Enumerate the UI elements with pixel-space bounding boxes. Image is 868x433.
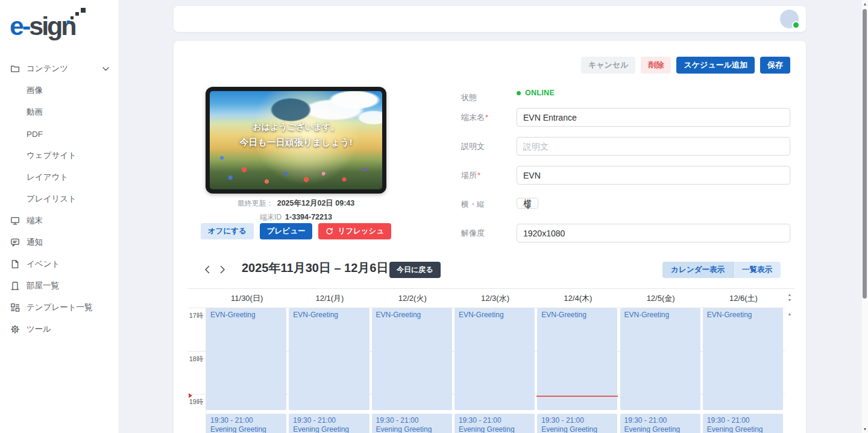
cancel-button[interactable]: キャンセル <box>581 57 636 74</box>
device-actions: オフにする プレビュー リフレッシュ <box>200 223 392 239</box>
event-title: EVN-Greeting <box>210 311 282 320</box>
event-title: Evening Greeting <box>376 425 448 433</box>
resolution-field[interactable] <box>517 224 790 242</box>
calendar-day-column: EVN-Greeting19:30 - 21:00Evening Greetin… <box>702 308 785 433</box>
calendar-event-evening[interactable]: 19:30 - 21:00Evening Greeting <box>537 414 617 433</box>
location-field[interactable] <box>517 166 790 185</box>
event-title: EVN-Greeting <box>707 311 779 320</box>
location-label: 場所* <box>461 166 480 185</box>
orientation-select[interactable]: 横 <box>517 198 538 209</box>
sidebar-item-website[interactable]: ウェブサイト <box>0 145 119 166</box>
calendar-scroll-up-arrow[interactable]: ▲ <box>785 311 794 317</box>
sidebar: e-sign コンテンツ 画像 動画 PDF ウェブサイト レイアウト プレイリ… <box>0 0 119 433</box>
event-title: EVN-Greeting <box>376 311 448 320</box>
scrollbar-thumb[interactable] <box>863 9 867 299</box>
back-to-today-button[interactable]: 今日に戻る <box>389 262 441 278</box>
sidebar-item-contents[interactable]: コンテンツ <box>0 58 119 80</box>
sidebar-item-devices[interactable]: 端末 <box>0 210 119 232</box>
calendar-event-allday[interactable]: EVN-Greeting <box>206 308 286 410</box>
calendar-prev-button[interactable] <box>201 264 213 276</box>
logo-pixel <box>75 12 79 16</box>
sidebar-item-label: 部屋一覧 <box>27 280 59 291</box>
required-asterisk: * <box>477 171 480 180</box>
sidebar-item-templates[interactable]: テンプレート一覧 <box>0 297 119 318</box>
scroll-up-arrow[interactable]: ▲ <box>862 2 868 6</box>
sidebar-item-playlist[interactable]: プレイリスト <box>0 188 119 210</box>
calendar-event-evening[interactable]: 19:30 - 21:00Evening Greeting <box>289 414 369 433</box>
sidebar-item-label: 画像 <box>27 85 43 96</box>
app-page: e-sign コンテンツ 画像 動画 PDF ウェブサイト レイアウト プレイリ… <box>0 0 868 433</box>
calendar-event-evening[interactable]: 19:30 - 21:00Evening Greeting <box>620 414 700 433</box>
description-field[interactable] <box>517 137 790 156</box>
calendar-day-header: 12/3(水) <box>454 289 536 308</box>
delete-button[interactable]: 削除 <box>641 57 671 74</box>
sidebar-item-notifications[interactable]: 通知 <box>0 232 119 253</box>
calendar-next-button[interactable] <box>216 264 228 276</box>
topbar <box>174 6 806 32</box>
template-icon <box>10 303 20 313</box>
refresh-label: リフレッシュ <box>338 226 384 236</box>
device-detail-card: キャンセル 削除 スケジュール追加 保存 おはようございます。 今日も一日頑張り… <box>174 41 806 433</box>
event-time: 19:30 - 21:00 <box>293 416 365 425</box>
sidebar-item-layout[interactable]: レイアウト <box>0 166 119 188</box>
sidebar-item-label: ウェブサイト <box>27 150 77 161</box>
turn-off-button[interactable]: オフにする <box>201 223 254 239</box>
save-button[interactable]: 保存 <box>760 57 790 74</box>
device-name-field[interactable] <box>517 108 790 127</box>
sidebar-item-events[interactable]: イベント <box>0 253 119 275</box>
calendar-event-allday[interactable]: EVN-Greeting <box>454 308 535 410</box>
scroll-down-arrow[interactable]: ▼ <box>862 427 868 431</box>
calendar-scrollbar-arrows[interactable]: ▲▼ <box>785 292 794 303</box>
calendar-event-evening[interactable]: 19:30 - 21:00Evening Greeting <box>454 414 535 433</box>
user-avatar[interactable] <box>780 10 799 28</box>
sidebar-item-label: 端末 <box>27 215 43 226</box>
device-name-label: 端末名* <box>461 108 488 127</box>
event-title: Evening Greeting <box>293 425 365 433</box>
calendar-columns: EVN-Greeting19:30 - 21:00Evening Greetin… <box>206 308 785 433</box>
sidebar-item-rooms[interactable]: 部屋一覧 <box>0 275 119 297</box>
resolution-label: 解像度 <box>461 224 485 242</box>
calendar-event-allday[interactable]: EVN-Greeting <box>289 308 369 410</box>
calendar-event-allday[interactable]: EVN-Greeting <box>620 308 700 410</box>
event-time: 19:30 - 21:00 <box>210 416 282 425</box>
toolbar: キャンセル 削除 スケジュール追加 保存 <box>581 57 790 74</box>
sidebar-item-tools[interactable]: ツール <box>0 318 119 340</box>
calendar-event-allday[interactable]: EVN-Greeting <box>372 308 452 410</box>
greeting-line2: 今日も一日頑張りましょう! <box>210 137 382 148</box>
sidebar-item-pdf[interactable]: PDF <box>0 123 119 145</box>
calendar-event-evening[interactable]: 19:30 - 21:00Evening Greeting <box>703 414 783 433</box>
gear-icon <box>10 324 20 335</box>
calendar-day-header: 12/2(火) <box>371 289 454 308</box>
last-updated: 最終更新：2025年12月02日 09:43 <box>206 198 386 209</box>
sidebar-item-label: テンプレート一覧 <box>27 302 93 313</box>
caret-down-icon <box>526 206 530 209</box>
sidebar-item-images[interactable]: 画像 <box>0 80 119 101</box>
calendar-day-column: EVN-Greeting19:30 - 21:00Evening Greetin… <box>454 308 536 433</box>
sidebar-item-label: 通知 <box>27 237 43 248</box>
preview-button[interactable]: プレビュー <box>260 223 313 239</box>
calendar-view-button[interactable]: カレンダー表示 <box>662 262 733 278</box>
calendar-day-column: EVN-Greeting19:30 - 21:00Evening Greetin… <box>206 308 288 433</box>
event-time: 19:30 - 21:00 <box>376 416 448 425</box>
event-time: 19:30 - 21:00 <box>707 416 779 425</box>
calendar-event-evening[interactable]: 19:30 - 21:00Evening Greeting <box>206 414 286 433</box>
calendar-day-header: 12/1(月) <box>288 289 371 308</box>
refresh-button[interactable]: リフレッシュ <box>318 223 391 239</box>
logo-pixel <box>67 21 70 24</box>
logo-pixel <box>81 8 86 13</box>
list-view-button[interactable]: 一覧表示 <box>733 262 781 278</box>
add-schedule-button[interactable]: スケジュール追加 <box>676 57 755 74</box>
chevron-down-icon[interactable] <box>102 67 109 71</box>
current-time-line <box>536 396 618 397</box>
device-id: 端末ID1-3394-72213 <box>206 212 386 223</box>
event-title: Evening Greeting <box>459 425 530 433</box>
page-scrollbar[interactable]: ▲ ▼ <box>862 0 868 433</box>
sidebar-item-videos[interactable]: 動画 <box>0 101 119 123</box>
calendar-event-allday[interactable]: EVN-Greeting <box>703 308 783 410</box>
brand-logo[interactable]: e-sign <box>10 7 112 45</box>
calendar-event-evening[interactable]: 19:30 - 21:00Evening Greeting <box>372 414 452 433</box>
calendar-day-column: EVN-Greeting19:30 - 21:00Evening Greetin… <box>536 308 619 433</box>
calendar-event-allday[interactable]: EVN-Greeting <box>537 308 617 410</box>
sidebar-nav: コンテンツ 画像 動画 PDF ウェブサイト レイアウト プレイリスト 端末 <box>0 58 119 340</box>
view-toggle: カレンダー表示 一覧表示 <box>662 262 781 278</box>
